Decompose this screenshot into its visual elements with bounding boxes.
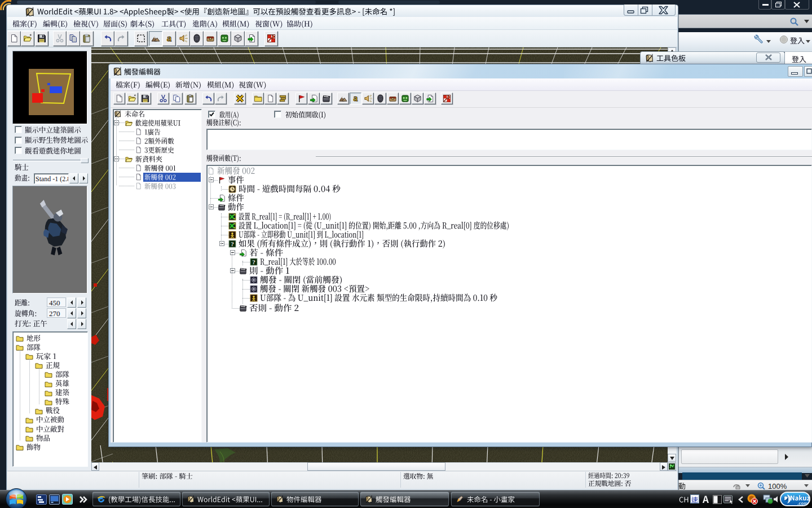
svg-text:a: a <box>354 94 358 103</box>
svg-text:?: ? <box>231 240 234 247</box>
svg-text:a: a <box>167 34 172 43</box>
svg-text:?: ? <box>252 259 255 265</box>
